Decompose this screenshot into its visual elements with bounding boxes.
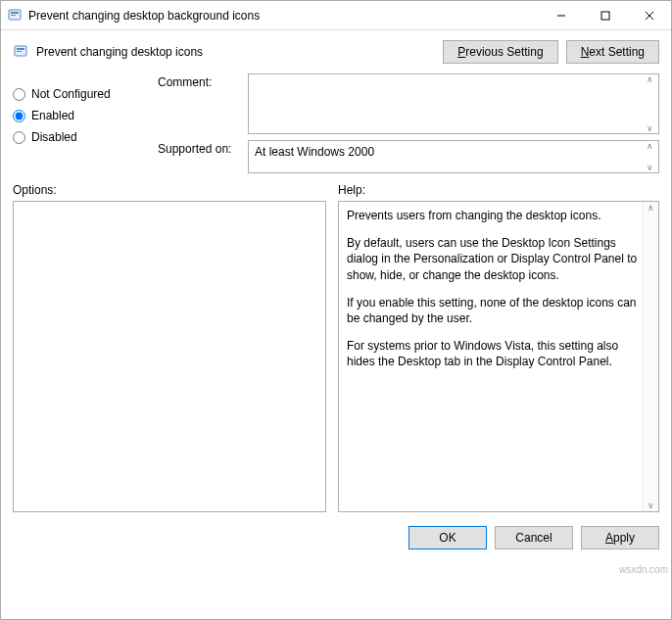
svg-rect-4: [601, 12, 609, 20]
close-button[interactable]: [627, 1, 671, 29]
state-radio-group: Not Configured Enabled Disabled: [13, 73, 150, 173]
minimize-button[interactable]: [539, 1, 583, 29]
titlebar: Prevent changing desktop background icon…: [1, 1, 671, 30]
help-text: For systems prior to Windows Vista, this…: [347, 338, 641, 369]
options-panel: [13, 201, 326, 512]
supported-on-field: At least Windows 2000 ∧∨: [248, 140, 659, 173]
help-label: Help:: [338, 183, 659, 197]
radio-label: Not Configured: [31, 87, 111, 101]
maximize-button[interactable]: [583, 1, 627, 29]
cancel-button[interactable]: Cancel: [495, 526, 573, 549]
policy-icon: [7, 8, 23, 24]
svg-rect-1: [11, 12, 19, 14]
supported-value: At least Windows 2000: [255, 145, 374, 159]
radio-disabled[interactable]: Disabled: [13, 130, 150, 144]
window-title: Prevent changing desktop background icon…: [28, 9, 539, 23]
policy-header: Prevent changing desktop icons Previous …: [1, 30, 671, 68]
help-text: If you enable this setting, none of the …: [347, 295, 641, 326]
radio-not-configured[interactable]: Not Configured: [13, 87, 150, 101]
apply-button[interactable]: Apply: [581, 526, 659, 549]
comment-input[interactable]: ∧∨: [248, 73, 659, 134]
options-label: Options:: [13, 183, 326, 197]
radio-not-configured-input[interactable]: [13, 88, 25, 101]
svg-rect-2: [11, 15, 16, 16]
radio-disabled-input[interactable]: [13, 131, 25, 144]
svg-rect-8: [17, 48, 24, 50]
ok-button[interactable]: OK: [408, 526, 487, 549]
help-text: By default, users can use the Desktop Ic…: [347, 235, 641, 283]
comment-label: Comment:: [158, 73, 242, 89]
scrollbar[interactable]: ∧∨: [642, 74, 658, 133]
previous-setting-button[interactable]: Previous Setting: [443, 40, 557, 64]
policy-icon: [13, 44, 28, 60]
policy-title: Prevent changing desktop icons: [36, 45, 443, 59]
help-panel: Prevents users from changing the desktop…: [338, 201, 659, 512]
svg-rect-9: [17, 51, 22, 52]
watermark: wsxdn.com: [619, 564, 668, 575]
radio-label: Enabled: [31, 109, 74, 122]
radio-enabled-input[interactable]: [13, 110, 25, 122]
radio-enabled[interactable]: Enabled: [13, 109, 150, 122]
help-text: Prevents users from changing the desktop…: [347, 208, 641, 223]
scrollbar[interactable]: ∧∨: [642, 141, 658, 172]
dialog-footer: OK Cancel Apply: [1, 516, 671, 561]
next-setting-button[interactable]: Next Setting: [566, 40, 659, 64]
radio-label: Disabled: [31, 130, 77, 144]
supported-label: Supported on:: [158, 140, 242, 156]
scrollbar[interactable]: ∧∨: [642, 202, 658, 511]
